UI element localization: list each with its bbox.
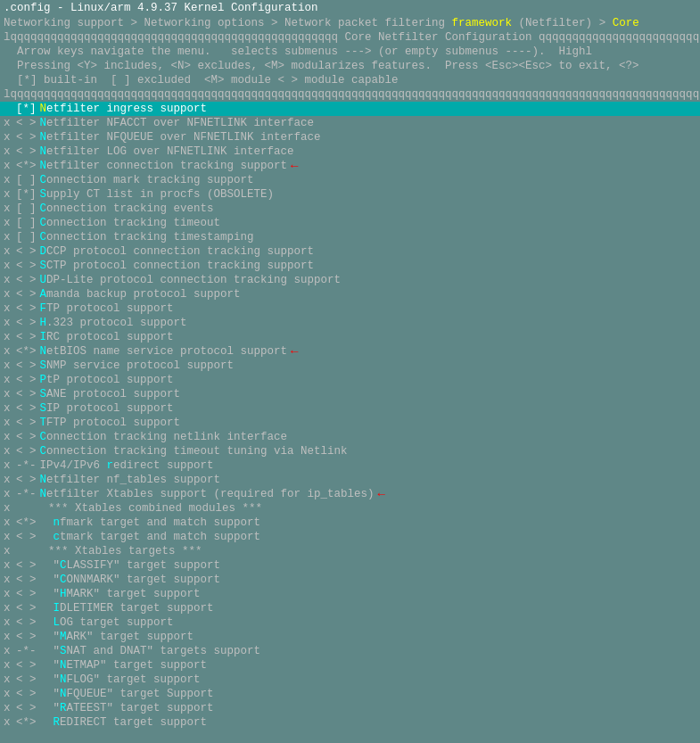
- item-bracket-23: < >: [16, 431, 37, 443]
- menu-item-19[interactable]: x < > PtP protocol support: [0, 373, 700, 387]
- item-bracket-4: <*>: [16, 160, 37, 172]
- menu-item-42[interactable]: x < > "RATEEST" target support: [0, 701, 700, 715]
- xcol-29: x: [4, 516, 16, 529]
- menu-item-33[interactable]: x < > "CONNMARK" target support: [0, 573, 700, 587]
- menu-item-9[interactable]: x [ ] Connection tracking timestamping: [0, 230, 700, 244]
- item-bracket-26: < >: [16, 474, 37, 486]
- xcol-11: x: [4, 260, 16, 272]
- menu-item-0[interactable]: [*] Netfilter ingress support: [0, 102, 700, 116]
- title-bar: .config - Linux/arm 4.9.37 Kernel Config…: [0, 0, 700, 16]
- xcol-10: x: [4, 245, 16, 258]
- item-bracket-16: < >: [16, 331, 37, 343]
- menu-item-39[interactable]: x < > "NETMAP" target support: [0, 658, 700, 673]
- menu-item-2[interactable]: x < > Netfilter NFQUEUE over NFNETLINK i…: [0, 130, 700, 144]
- menu-item-27[interactable]: x -*- Netfilter Xtables support (require…: [0, 487, 700, 501]
- item-bracket-15: < >: [16, 317, 37, 329]
- xcol-26: x: [4, 474, 16, 486]
- item-label-24: Connection tracking timeout tuning via N…: [40, 445, 348, 458]
- menu-item-16[interactable]: x < > IRC protocol support: [0, 330, 700, 344]
- item-bracket-9: [ ]: [16, 231, 37, 244]
- menu-item-20[interactable]: x < > SANE protocol support: [0, 387, 700, 401]
- menu-item-7[interactable]: x [ ] Connection tracking events: [0, 202, 700, 216]
- menu-item-12[interactable]: x < > UDP-Lite protocol connection track…: [0, 273, 700, 287]
- menu-item-1[interactable]: x < > Netfilter NFACCT over NFNETLINK in…: [0, 116, 700, 130]
- menu-item-32[interactable]: x < > "CLASSIFY" target support: [0, 558, 700, 573]
- menu-item-41[interactable]: x < > "NFQUEUE" target Support: [0, 687, 700, 701]
- item-label-5: Connection mark tracking support: [40, 174, 254, 186]
- xcol-23: x: [4, 431, 16, 443]
- menu-item-43[interactable]: x <*> REDIRECT target support: [0, 715, 700, 730]
- menu-item-40[interactable]: x < > "NFLOG" target support: [0, 673, 700, 687]
- item-bracket-29: <*>: [16, 516, 37, 529]
- menu-item-38[interactable]: x -*- "SNAT and DNAT" targets support: [0, 644, 700, 658]
- item-bracket-5: [ ]: [16, 174, 37, 186]
- item-label-22: TFTP protocol support: [40, 417, 181, 429]
- menu-item-11[interactable]: x < > SCTP protocol connection tracking …: [0, 259, 700, 273]
- item-bracket-30: < >: [16, 531, 37, 543]
- menu-item-8[interactable]: x [ ] Connection tracking timeout: [0, 216, 700, 230]
- xcol-7: x: [4, 202, 16, 215]
- item-label-3: Netfilter LOG over NFNETLINK interface: [40, 145, 294, 158]
- item-label-30: ctmark target and match support: [40, 531, 261, 543]
- item-bracket-42: < >: [16, 702, 37, 714]
- xcol-4: x: [4, 160, 16, 172]
- menu-item-6[interactable]: x [*] Supply CT list in procfs (OBSOLETE…: [0, 187, 700, 202]
- xcol-6: x: [4, 188, 16, 201]
- menu-item-29[interactable]: x <*> nfmark target and match support: [0, 516, 700, 530]
- xcol-37: x: [4, 631, 16, 643]
- arrow-icon-17: ←: [291, 344, 298, 359]
- item-label-12: UDP-Lite protocol connection tracking su…: [40, 274, 342, 286]
- item-label-0: Netfilter ingress support: [40, 103, 208, 115]
- menu-item-18[interactable]: x < > SNMP service protocol support: [0, 359, 700, 373]
- item-bracket-36: < >: [16, 616, 37, 629]
- item-label-29: nfmark target and match support: [40, 516, 261, 529]
- menu-item-10[interactable]: x < > DCCP protocol connection tracking …: [0, 244, 700, 259]
- menu-item-21[interactable]: x < > SIP protocol support: [0, 401, 700, 416]
- item-label-39: "NETMAP" target support: [40, 659, 208, 672]
- item-label-43: REDIRECT target support: [40, 716, 208, 729]
- menu-item-28: x *** Xtables combined modules ***: [0, 501, 700, 516]
- menu-item-14[interactable]: x < > FTP protocol support: [0, 301, 700, 316]
- menu-item-24[interactable]: x < > Connection tracking timeout tuning…: [0, 444, 700, 458]
- menu-item-34[interactable]: x < > "HMARK" target support: [0, 587, 700, 601]
- item-label-41: "NFQUEUE" target Support: [40, 688, 214, 700]
- menu-item-15[interactable]: x < > H.323 protocol support: [0, 316, 700, 330]
- item-bracket-39: < >: [16, 659, 37, 672]
- menu-item-36[interactable]: x < > LOG target support: [0, 615, 700, 630]
- xcol-42: x: [4, 702, 16, 714]
- item-bracket-10: < >: [16, 245, 37, 258]
- item-bracket-20: < >: [16, 388, 37, 400]
- menu-item-13[interactable]: x < > Amanda backup protocol support: [0, 287, 700, 301]
- nav-text: Networking support > Networking options …: [4, 17, 639, 29]
- menu-item-26[interactable]: x < > Netfilter nf_tables support: [0, 473, 700, 487]
- xcol-38: x: [4, 645, 16, 657]
- item-label-38: "SNAT and DNAT" targets support: [40, 645, 261, 657]
- item-label-23: Connection tracking netlink interface: [40, 431, 288, 443]
- menu-item-30[interactable]: x < > ctmark target and match support: [0, 530, 700, 544]
- item-label-11: SCTP protocol connection tracking suppor…: [40, 260, 315, 272]
- item-bracket-17: <*>: [16, 345, 37, 358]
- menu-item-3[interactable]: x < > Netfilter LOG over NFNETLINK inter…: [0, 144, 700, 159]
- menu-item-37[interactable]: x < > "MARK" target support: [0, 630, 700, 644]
- menu-item-5[interactable]: x [ ] Connection mark tracking support: [0, 173, 700, 187]
- item-label-34: "HMARK" target support: [40, 588, 201, 600]
- item-label-27: Netfilter Xtables support (required for …: [40, 488, 375, 500]
- item-bracket-24: < >: [16, 445, 37, 458]
- item-label-6: Supply CT list in procfs (OBSOLETE): [40, 188, 275, 201]
- menu-item-4[interactable]: x <*> Netfilter connection tracking supp…: [0, 159, 700, 173]
- item-label-40: "NFLOG" target support: [40, 673, 201, 686]
- xcol-33: x: [4, 574, 16, 586]
- menu-item-22[interactable]: x < > TFTP protocol support: [0, 416, 700, 430]
- item-label-26: Netfilter nf_tables support: [40, 474, 221, 486]
- menu-item-17[interactable]: x <*> NetBIOS name service protocol supp…: [0, 344, 700, 359]
- item-label-28: *** Xtables combined modules ***: [48, 502, 262, 515]
- menu-item-35[interactable]: x < > IDLETIMER target support: [0, 601, 700, 615]
- menu-item-25[interactable]: x -*- IPv4/IPv6 redirect support: [0, 458, 700, 473]
- item-bracket-7: [ ]: [16, 202, 37, 215]
- item-bracket-32: < >: [16, 559, 37, 572]
- xcol-8: x: [4, 217, 16, 229]
- item-label-17: NetBIOS name service protocol support: [40, 345, 288, 358]
- item-bracket-6: [*]: [16, 188, 37, 201]
- menu-item-23[interactable]: x < > Connection tracking netlink interf…: [0, 430, 700, 444]
- xcol-2: x: [4, 131, 16, 144]
